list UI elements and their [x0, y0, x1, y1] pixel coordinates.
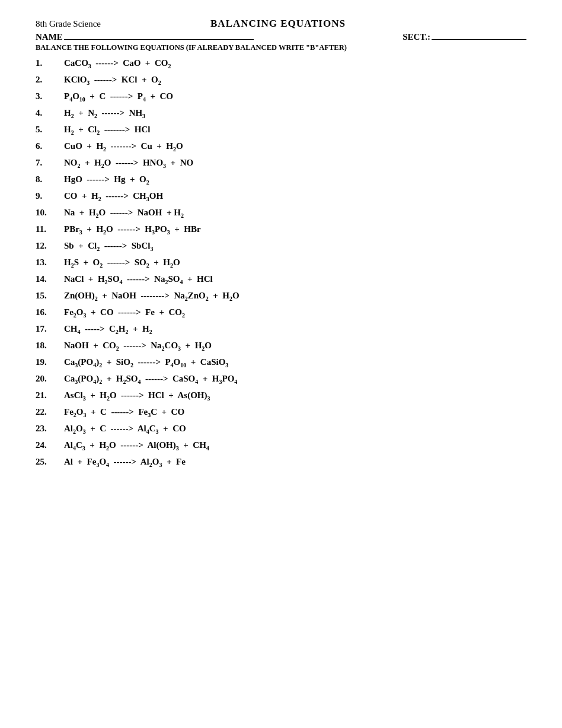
eq-num: 4.: [36, 108, 64, 118]
eq-content: H2S + O2 ------> SO2 + H2O: [64, 257, 180, 269]
eq-content: Al2O3 + C ------> Al4C3 + CO: [64, 424, 186, 435]
eq-content: NaOH + CO2 ------> Na2CO3 + H2O: [64, 341, 212, 352]
equation-item: 19.Ca3(PO4)2 + SiO2 ------> P4O10 + CaSi…: [36, 357, 526, 368]
sect-label: SECT.:: [403, 32, 526, 42]
eq-content: Ca3(PO4)2 + H2SO4 ------> CaSO4 + H3PO4: [64, 374, 237, 385]
eq-content: AsCl3 + H2O ------> HCl + As(OH)3: [64, 390, 210, 402]
equation-item: 2.KClO3 ------> KCl + O2: [36, 75, 526, 86]
eq-num: 9.: [36, 191, 64, 201]
eq-num: 7.: [36, 158, 64, 168]
eq-num: 17.: [36, 324, 64, 334]
equation-item: 9.CO + H2 ------> CH3OH: [36, 191, 526, 202]
equation-item: 1.CaCO3 ------> CaO + CO2: [36, 58, 526, 69]
equation-item: 24.Al4C3 + H2O ------> Al(OH)3 + CH4: [36, 440, 526, 452]
equation-item: 4.H2 + N2 ------> NH3: [36, 108, 526, 119]
eq-content: NaCl + H2SO4 ------> Na2SO4 + HCl: [64, 274, 213, 285]
equation-item: 25.Al + Fe3O4 ------> Al2O3 + Fe: [36, 457, 526, 468]
eq-num: 13.: [36, 257, 64, 268]
eq-num: 3.: [36, 91, 64, 101]
eq-content: CuO + H2 -------> Cu + H2O: [64, 141, 183, 152]
equation-item: 22.Fe2O3 + C ------> Fe3C + CO: [36, 407, 526, 418]
eq-content: Fe2O3 + CO ------> Fe + CO2: [64, 307, 185, 319]
equation-item: 7.NO2 + H2O ------> HNO3 + NO: [36, 158, 526, 169]
equation-item: 8.HgO ------> Hg + O2: [36, 174, 526, 186]
equation-item: 16.Fe2O3 + CO ------> Fe + CO2: [36, 307, 526, 319]
equation-item: 6.CuO + H2 -------> Cu + H2O: [36, 141, 526, 152]
equation-item: 12.Sb + Cl2 ------> SbCl3: [36, 241, 526, 252]
eq-num: 22.: [36, 407, 64, 417]
equation-list: 1.CaCO3 ------> CaO + CO22.KClO3 ------>…: [36, 58, 526, 468]
equation-item: 21.AsCl3 + H2O ------> HCl + As(OH)3: [36, 390, 526, 402]
instruction-text: BALANCE THE FOLLOWING EQUATIONS (IF ALRE…: [36, 43, 526, 52]
eq-num: 6.: [36, 141, 64, 151]
equation-item: 20.Ca3(PO4)2 + H2SO4 ------> CaSO4 + H3P…: [36, 374, 526, 385]
equation-item: 18.NaOH + CO2 ------> Na2CO3 + H2O: [36, 341, 526, 352]
eq-num: 12.: [36, 241, 64, 251]
name-sect-row: NAME SECT.:: [36, 32, 526, 42]
eq-num: 19.: [36, 357, 64, 367]
equation-item: 3.P4O10 + C ------> P4 + CO: [36, 91, 526, 103]
eq-num: 8.: [36, 174, 64, 185]
eq-num: 11.: [36, 224, 64, 234]
eq-content: CO + H2 ------> CH3OH: [64, 191, 163, 202]
eq-content: P4O10 + C ------> P4 + CO: [64, 91, 173, 103]
eq-content: CaCO3 ------> CaO + CO2: [64, 58, 171, 69]
eq-content: Al4C3 + H2O ------> Al(OH)3 + CH4: [64, 440, 209, 452]
eq-num: 5.: [36, 125, 64, 135]
eq-content: Al + Fe3O4 ------> Al2O3 + Fe: [64, 457, 186, 468]
eq-num: 10.: [36, 208, 64, 218]
eq-content: Zn(OH)2 + NaOH --------> Na2ZnO2 + H2O: [64, 291, 240, 302]
eq-content: CH4 -----> C2H2 + H2: [64, 324, 152, 335]
eq-content: NO2 + H2O ------> HNO3 + NO: [64, 158, 193, 169]
eq-content: PBr3 + H2O ------> H3PO3 + HBr: [64, 224, 201, 236]
name-label: NAME: [36, 32, 254, 42]
title-label: BALANCING EQUATIONS: [210, 18, 346, 30]
eq-content: HgO ------> Hg + O2: [64, 174, 149, 186]
eq-content: H2 + Cl2 -------> HCl: [64, 125, 150, 136]
equation-item: 10.Na + H2O ------> NaOH + H2: [36, 208, 526, 219]
eq-num: 15.: [36, 291, 64, 301]
header-row: 8th Grade Science BALANCING EQUATIONS: [36, 18, 526, 30]
equation-item: 5.H2 + Cl2 -------> HCl: [36, 125, 526, 136]
eq-content: Na + H2O ------> NaOH + H2: [64, 208, 184, 219]
eq-content: Ca3(PO4)2 + SiO2 ------> P4O10 + CaSiO3: [64, 357, 228, 368]
eq-num: 2.: [36, 75, 64, 85]
eq-num: 14.: [36, 274, 64, 284]
eq-num: 23.: [36, 424, 64, 434]
equation-item: 17.CH4 -----> C2H2 + H2: [36, 324, 526, 335]
eq-num: 24.: [36, 440, 64, 450]
subject-label: 8th Grade Science: [36, 19, 101, 29]
eq-num: 18.: [36, 341, 64, 351]
eq-num: 21.: [36, 390, 64, 400]
eq-num: 1.: [36, 58, 64, 68]
eq-num: 25.: [36, 457, 64, 467]
equation-item: 15.Zn(OH)2 + NaOH --------> Na2ZnO2 + H2…: [36, 291, 526, 302]
eq-num: 16.: [36, 307, 64, 317]
equation-item: 13.H2S + O2 ------> SO2 + H2O: [36, 257, 526, 269]
eq-content: Fe2O3 + C ------> Fe3C + CO: [64, 407, 184, 418]
eq-num: 20.: [36, 374, 64, 384]
equation-item: 14.NaCl + H2SO4 ------> Na2SO4 + HCl: [36, 274, 526, 285]
equation-item: 23.Al2O3 + C ------> Al4C3 + CO: [36, 424, 526, 435]
eq-content: Sb + Cl2 ------> SbCl3: [64, 241, 153, 252]
eq-content: KClO3 ------> KCl + O2: [64, 75, 161, 86]
equation-item: 11.PBr3 + H2O ------> H3PO3 + HBr: [36, 224, 526, 236]
eq-content: H2 + N2 ------> NH3: [64, 108, 145, 119]
